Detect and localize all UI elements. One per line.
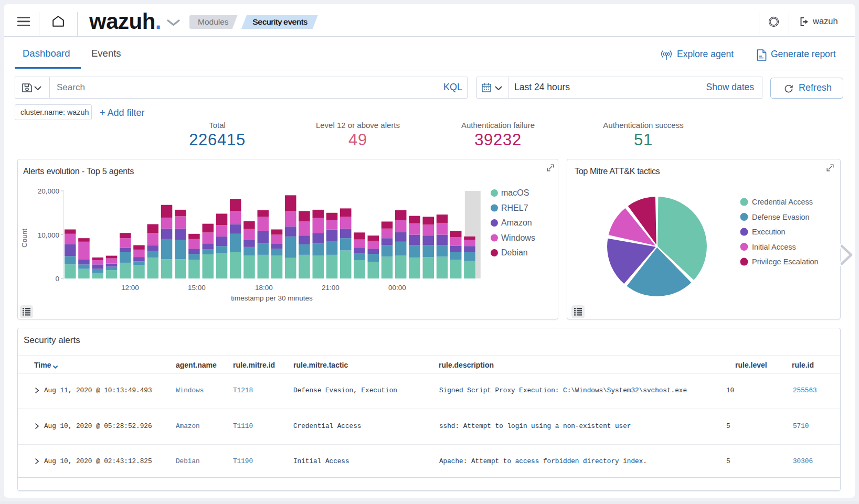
svg-text:Execution: Execution bbox=[752, 228, 786, 236]
svg-text:10,000: 10,000 bbox=[38, 231, 59, 239]
svg-text:timestamp per 30 minutes: timestamp per 30 minutes bbox=[231, 294, 313, 302]
svg-text:Debian: Debian bbox=[501, 248, 528, 257]
svg-text:Credential Access: Credential Access bbox=[752, 198, 813, 206]
svg-text:0: 0 bbox=[55, 275, 59, 283]
svg-text:Count: Count bbox=[20, 229, 28, 248]
svg-text:Amazon: Amazon bbox=[501, 218, 532, 227]
svg-text:RHEL7: RHEL7 bbox=[501, 203, 528, 212]
svg-text:21:00: 21:00 bbox=[322, 284, 340, 292]
svg-text:00:00: 00:00 bbox=[388, 284, 406, 292]
svg-text:12:00: 12:00 bbox=[121, 284, 139, 292]
svg-text:Initial Access: Initial Access bbox=[752, 243, 796, 251]
svg-text:Defense Evasion: Defense Evasion bbox=[752, 213, 810, 221]
svg-text:20,000: 20,000 bbox=[38, 187, 59, 195]
svg-text:macOS: macOS bbox=[501, 188, 529, 197]
svg-text:Privilege Escalation: Privilege Escalation bbox=[752, 258, 819, 266]
svg-text:Windows: Windows bbox=[501, 233, 535, 242]
svg-text:15:00: 15:00 bbox=[188, 284, 206, 292]
svg-text:18:00: 18:00 bbox=[255, 284, 273, 292]
